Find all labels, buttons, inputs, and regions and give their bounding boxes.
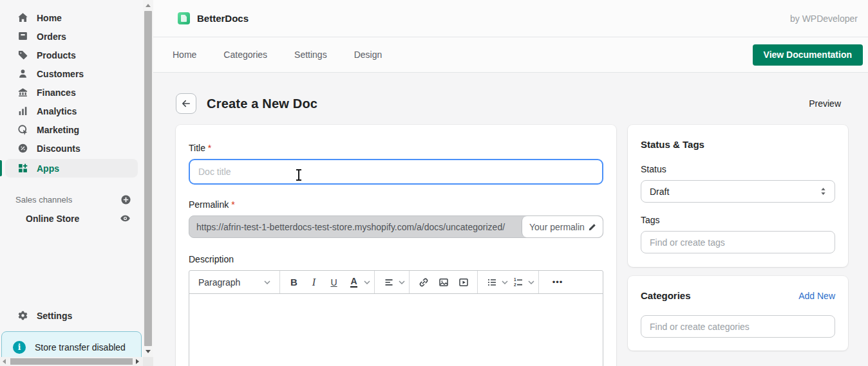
- eye-icon[interactable]: [120, 213, 131, 224]
- paragraph-style-dropdown[interactable]: Paragraph: [189, 271, 279, 293]
- tags-input[interactable]: [641, 231, 835, 253]
- finances-icon: [17, 87, 28, 98]
- text-color-button[interactable]: A: [350, 277, 357, 288]
- tab-home[interactable]: Home: [173, 50, 196, 60]
- link-icon: [419, 277, 429, 288]
- page-body: Create a New Doc Preview Title * Permali…: [153, 73, 868, 366]
- analytics-icon: [17, 105, 28, 116]
- categories-input[interactable]: [641, 315, 835, 338]
- vertical-scrollbar-thumb[interactable]: [144, 11, 152, 346]
- gear-icon: [17, 310, 28, 321]
- permalink-edit-field[interactable]: Your permalink: [522, 216, 603, 237]
- sidebar-item-orders[interactable]: Orders: [0, 27, 143, 46]
- status-tags-heading: Status & Tags: [641, 139, 835, 150]
- horizontal-scrollbar-thumb[interactable]: [10, 358, 133, 365]
- rich-text-editor: Paragraph B I U A: [189, 270, 603, 366]
- text-format-group: B I U A: [280, 271, 374, 293]
- media-group: [410, 271, 477, 293]
- list-group: 12: [478, 271, 538, 293]
- numbered-list-icon: 12: [513, 277, 524, 288]
- doc-title-input[interactable]: [189, 159, 603, 185]
- sidebar-item-online-store[interactable]: Online Store: [0, 209, 143, 228]
- products-icon: [17, 50, 28, 60]
- required-asterisk: *: [231, 199, 234, 210]
- sidebar-item-customers[interactable]: Customers: [0, 64, 143, 83]
- scroll-down-arrow-icon[interactable]: [146, 350, 151, 353]
- sidebar-item-marketing[interactable]: Marketing: [0, 120, 143, 139]
- chevron-down-icon[interactable]: [364, 280, 370, 284]
- more-options-button[interactable]: •••: [539, 271, 576, 293]
- underline-button[interactable]: U: [324, 271, 344, 293]
- add-new-category-link[interactable]: Add New: [798, 291, 835, 301]
- sidebar-item-label: Orders: [37, 32, 66, 42]
- sidebar-item-label: Discounts: [37, 143, 80, 154]
- permalink-control: https://afrin-test-1-betterdocs-test-sto…: [189, 215, 603, 238]
- permalink-group: Permalink * https://afrin-test-1-betterd…: [189, 199, 603, 238]
- status-value: Draft: [650, 187, 669, 197]
- bullet-list-button[interactable]: [482, 271, 502, 293]
- preview-link[interactable]: Preview: [809, 98, 841, 109]
- sidebar-item-home[interactable]: Home: [0, 8, 143, 27]
- scrollbar-corner: [143, 357, 153, 366]
- vertical-scrollbar[interactable]: [143, 0, 153, 366]
- main-area: BetterDocs by WPDeveloper Home Categorie…: [153, 0, 868, 366]
- sidebar-item-label: Apps: [37, 163, 59, 174]
- insert-link-button[interactable]: [413, 271, 433, 293]
- description-textarea[interactable]: [189, 294, 603, 366]
- sidebar-item-discounts[interactable]: Discounts: [0, 139, 143, 158]
- sidebar-item-settings[interactable]: Settings: [0, 306, 143, 325]
- tab-design[interactable]: Design: [354, 50, 382, 60]
- back-arrow-icon: [181, 98, 191, 109]
- categories-header-row: Categories Add New: [641, 290, 835, 301]
- sidebar-item-label: Settings: [37, 311, 72, 321]
- horizontal-scrollbar[interactable]: [0, 357, 143, 366]
- sidebar-item-label: Products: [37, 50, 76, 60]
- sales-channels-row: Sales channels: [15, 194, 131, 205]
- app-header: BetterDocs by WPDeveloper: [153, 0, 868, 37]
- tab-settings[interactable]: Settings: [294, 50, 327, 60]
- add-channel-icon[interactable]: [120, 194, 131, 205]
- insert-video-button[interactable]: [453, 271, 473, 293]
- description-group: Description Paragraph B I: [189, 254, 603, 366]
- content-columns: Title * Permalink * https://afrin-test-1…: [176, 125, 848, 366]
- doc-form-card: Title * Permalink * https://afrin-test-1…: [176, 125, 616, 366]
- bold-button[interactable]: B: [284, 271, 304, 293]
- scroll-left-arrow-icon[interactable]: [3, 359, 6, 364]
- paragraph-style-value: Paragraph: [198, 277, 240, 288]
- tags-group: Tags: [641, 215, 835, 253]
- status-select[interactable]: Draft: [641, 180, 835, 203]
- title-label-text: Title: [189, 143, 205, 153]
- sidebar-item-label: Customers: [37, 69, 84, 79]
- italic-button[interactable]: I: [304, 271, 324, 293]
- video-icon: [458, 277, 469, 288]
- title-label: Title *: [189, 143, 603, 153]
- sidebar-item-label: Home: [37, 13, 62, 23]
- chevron-down-icon[interactable]: [502, 280, 508, 284]
- permalink-placeholder: Your permalink: [529, 222, 585, 232]
- insert-image-button[interactable]: [433, 271, 453, 293]
- orders-icon: [17, 31, 28, 42]
- sidebar-item-apps[interactable]: Apps: [5, 159, 138, 178]
- chevron-down-icon[interactable]: [399, 280, 405, 284]
- edit-pencil-icon: [588, 223, 597, 232]
- view-documentation-button[interactable]: View Documentation: [753, 44, 863, 66]
- app-window: Home Orders Products Customers Finances …: [0, 0, 868, 366]
- back-button[interactable]: [176, 93, 196, 114]
- tags-label: Tags: [641, 215, 835, 225]
- sidebar-item-analytics[interactable]: Analytics: [0, 102, 143, 120]
- numbered-list-button[interactable]: 12: [508, 271, 528, 293]
- editor-toolbar: Paragraph B I U A: [189, 271, 603, 294]
- categories-heading: Categories: [641, 290, 691, 301]
- home-icon: [17, 12, 28, 23]
- sidebar-item-finances[interactable]: Finances: [0, 83, 143, 102]
- align-left-button[interactable]: [379, 271, 399, 293]
- scroll-right-arrow-icon[interactable]: [136, 359, 139, 364]
- chevron-down-icon[interactable]: [528, 280, 534, 284]
- chevron-down-icon: [264, 280, 270, 284]
- sidebar-item-products[interactable]: Products: [0, 46, 143, 64]
- scroll-up-arrow-icon[interactable]: [146, 4, 151, 7]
- status-tags-card: Status & Tags Status Draft Tags: [628, 125, 848, 267]
- bullet-list-icon: [487, 277, 497, 288]
- align-left-icon: [384, 277, 394, 288]
- tab-categories[interactable]: Categories: [223, 50, 267, 60]
